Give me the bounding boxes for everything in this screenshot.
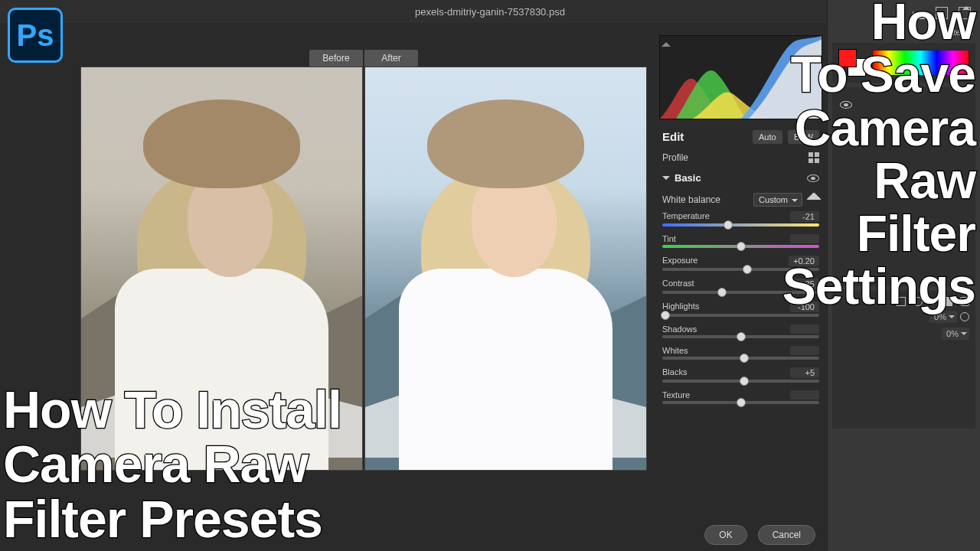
slider-track[interactable] xyxy=(662,401,819,404)
after-image[interactable] xyxy=(364,67,647,471)
slider-texture: Texture xyxy=(655,389,827,410)
dialog-footer: OK Cancel xyxy=(704,525,815,545)
slider-thumb[interactable] xyxy=(724,220,733,230)
slider-thumb[interactable] xyxy=(737,242,746,251)
slider-label: Temperature xyxy=(662,211,710,222)
photoshop-logo: Ps xyxy=(8,8,63,63)
slider-label: Blacks xyxy=(662,367,687,378)
slider-thumb[interactable] xyxy=(743,265,752,274)
white-balance-label: White balance xyxy=(662,194,720,205)
slider-label: Shadows xyxy=(662,324,697,334)
thumbnail-headline-right: How To Save Camera Raw Filter Settings xyxy=(782,0,975,314)
slider-thumb[interactable] xyxy=(717,288,727,297)
slider-thumb[interactable] xyxy=(740,354,749,363)
slider-thumb[interactable] xyxy=(737,332,746,341)
after-label: After xyxy=(364,50,418,67)
slider-track[interactable] xyxy=(662,380,819,383)
slider-blacks: Blacks+5 xyxy=(655,366,827,389)
auto-button[interactable]: Auto xyxy=(753,130,782,144)
slider-label: Texture xyxy=(662,390,690,399)
thumbnail-headline-left: How To Install Camera Raw Filter Presets xyxy=(3,383,341,546)
basic-label: Basic xyxy=(675,172,701,184)
slider-value[interactable] xyxy=(790,324,819,334)
fill-dropdown[interactable]: 0% xyxy=(942,328,969,340)
slider-value[interactable] xyxy=(790,346,819,355)
slider-thumb[interactable] xyxy=(740,377,749,386)
slider-label: Tint xyxy=(662,234,676,243)
document-filename: pexels-dmitriy-ganin-7537830.psd xyxy=(415,6,565,18)
slider-label: Contrast xyxy=(662,279,694,289)
edit-panel-title: Edit xyxy=(662,130,684,143)
cancel-button[interactable]: Cancel xyxy=(758,525,815,545)
after-pane: After xyxy=(364,50,647,471)
slider-track[interactable] xyxy=(662,357,819,360)
slider-track[interactable] xyxy=(662,335,819,338)
profile-label: Profile xyxy=(662,152,688,163)
slider-value[interactable] xyxy=(790,390,819,399)
slider-label: Exposure xyxy=(662,256,697,266)
slider-thumb[interactable] xyxy=(737,398,746,407)
slider-shadows: Shadows xyxy=(655,323,827,344)
slider-label: Whites xyxy=(662,346,688,355)
slider-thumb[interactable] xyxy=(661,311,670,320)
chevron-down-icon xyxy=(662,176,670,184)
ok-button[interactable]: OK xyxy=(704,525,746,545)
slider-value[interactable]: +5 xyxy=(790,367,819,378)
before-label: Before xyxy=(309,50,363,67)
slider-whites: Whites xyxy=(655,344,827,366)
